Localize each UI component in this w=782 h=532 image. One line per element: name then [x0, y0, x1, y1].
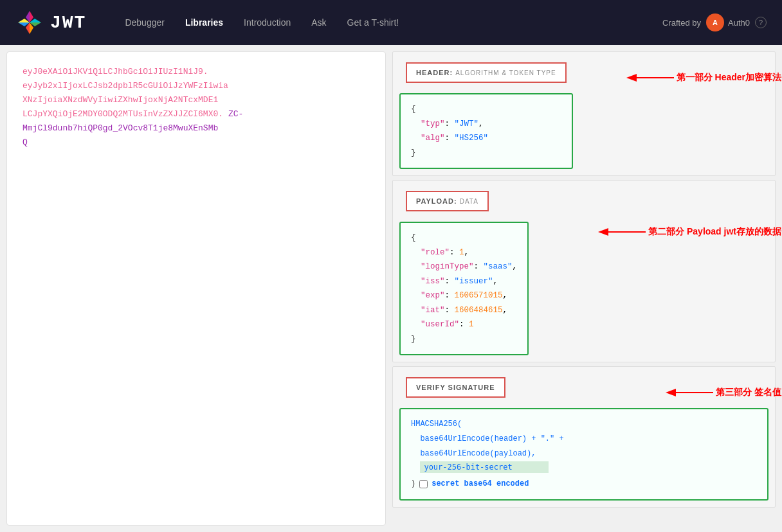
hmac-func: HMACSHA256( [411, 420, 462, 429]
header-content: { "typ": "JWT", "alg": "HS256" } [399, 93, 573, 169]
payload-content: { "role": 1, "loginType": "saas", "iss":… [399, 222, 529, 355]
logo-text: JWT [50, 13, 86, 33]
nav-libraries[interactable]: Libraries [185, 17, 223, 28]
jwt-part1: eyJ0eXAiOiJKV1QiLCJhbGciOiJIUzI1NiJ9.eyJ… [23, 67, 228, 119]
verify-section: VERIFY SIGNATURE HMACSHA256( base64UrlEn… [392, 366, 776, 508]
payload-arrow [594, 219, 646, 245]
checkbox-label: secret base64 encoded [432, 477, 529, 492]
verify-content: HMACSHA256( base64UrlEncode(header) + ".… [399, 408, 768, 501]
header-arrow [623, 65, 674, 91]
payload-cn-label: 第二部分 Payload jwt存放的数据 [648, 226, 781, 238]
nav-debugger[interactable]: Debugger [125, 17, 165, 28]
payload-label: PAYLOAD: DATA [406, 191, 489, 211]
main-content: eyJ0eXAiOiJKV1QiLCJhbGciOiJIUzI1NiJ9.eyJ… [0, 45, 782, 532]
navbar-right: Crafted by A Auth0 ? [662, 13, 767, 31]
crafted-by-label: Crafted by [662, 18, 701, 28]
payload-annotation: 第二部分 Payload jwt存放的数据 [594, 219, 781, 245]
payload-section: PAYLOAD: DATA { "role": 1, "loginType": … [392, 180, 776, 362]
jwt-logo-icon [15, 8, 44, 37]
verify-line1: base64UrlEncode(header) + "." + [420, 434, 563, 443]
logo[interactable]: JWT [15, 8, 86, 37]
auth0-icon: A [706, 13, 724, 31]
verify-line2: base64UrlEncode(payload), [420, 449, 536, 458]
nav-tshirt[interactable]: Get a T-shirt! [347, 17, 399, 28]
header-label: HEADER: ALGORITHM & TOKEN TYPE [406, 62, 567, 83]
auth0-label: Auth0 [728, 18, 750, 28]
verify-label: VERIFY SIGNATURE [406, 377, 505, 398]
verify-cn-label: 第三部分 签名值 [716, 387, 781, 398]
left-panel: eyJ0eXAiOiJKV1QiLCJhbGciOiJIUzI1NiJ9.eyJ… [6, 51, 386, 526]
verify-arrow [662, 380, 713, 405]
header-sublabel: ALGORITHM & TOKEN TYPE [455, 69, 556, 76]
header-annotation: 第一部分 Header加密算法 [623, 65, 781, 91]
secret-input[interactable] [420, 461, 549, 473]
verify-annotation: 第三部分 签名值 [662, 380, 781, 405]
header-cn-label: 第一部分 Header加密算法 [677, 72, 781, 84]
checkbox-row: ) secret base64 encoded [411, 477, 757, 492]
nav-ask[interactable]: Ask [311, 17, 326, 28]
navbar: JWT Debugger Libraries Introduction Ask … [0, 0, 782, 45]
auth0-badge: A Auth0 [706, 13, 750, 31]
nav-links: Debugger Libraries Introduction Ask Get … [125, 17, 399, 28]
right-panel: HEADER: ALGORITHM & TOKEN TYPE { "typ": … [386, 45, 782, 532]
header-section: HEADER: ALGORITHM & TOKEN TYPE { "typ": … [392, 51, 776, 176]
jwt-token-display: eyJ0eXAiOiJKV1QiLCJhbGciOiJIUzI1NiJ9.eyJ… [23, 65, 370, 150]
help-icon[interactable]: ? [755, 17, 767, 28]
base64-checkbox[interactable] [419, 480, 428, 488]
payload-sublabel: DATA [460, 198, 478, 205]
nav-introduction[interactable]: Introduction [244, 17, 291, 28]
